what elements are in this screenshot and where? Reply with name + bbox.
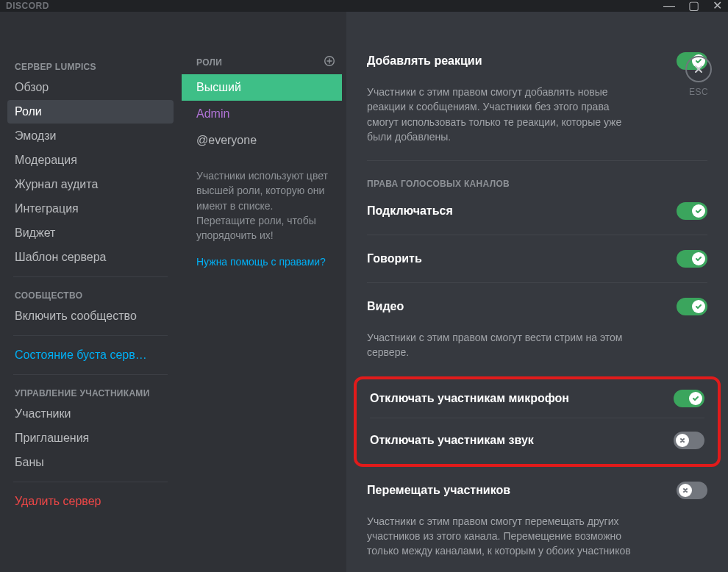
add-role-button[interactable]	[324, 56, 335, 68]
close-region: ESC	[685, 56, 712, 97]
permissions-panel: Добавлять реакции Участники с этим право…	[346, 12, 728, 572]
roles-column: РОЛИ Высший Admin @everyone Участники ис…	[181, 12, 346, 572]
titlebar: DISCORD — ▢ ✕	[0, 0, 728, 12]
role-item-admin[interactable]: Admin	[182, 101, 342, 127]
perm-video-desc: Участники с этим правом смогут вести стр…	[367, 330, 639, 360]
perm-deafen-title: Отключать участникам звук	[370, 434, 534, 447]
sidebar-heading-members: УПРАВЛЕНИЕ УЧАСТНИКАМИ	[7, 382, 174, 401]
divider	[13, 482, 168, 482]
perm-move-title: Перемещать участников	[367, 484, 510, 497]
divider	[370, 418, 704, 418]
maximize-button[interactable]: ▢	[688, 0, 699, 12]
sidebar-item-enable-community[interactable]: Включить сообщество	[7, 304, 174, 328]
sidebar-heading-server: СЕРВЕР LUMPICS	[7, 56, 174, 75]
perm-add-reactions-title: Добавлять реакции	[367, 54, 482, 68]
plus-icon	[324, 56, 335, 66]
role-item-everyone[interactable]: @everyone	[182, 127, 342, 154]
close-settings-button[interactable]	[685, 56, 712, 82]
sidebar-item-integrations[interactable]: Интеграция	[7, 197, 174, 221]
sidebar-item-bans[interactable]: Баны	[7, 451, 174, 474]
minimize-button[interactable]: —	[663, 0, 675, 12]
sidebar-item-members[interactable]: Участники	[7, 402, 174, 426]
sidebar-item-auditlog[interactable]: Журнал аудита	[7, 173, 174, 196]
toggle-connect[interactable]	[677, 202, 707, 220]
sidebar-heading-community: СООБЩЕСТВО	[7, 285, 174, 304]
divider	[13, 335, 168, 336]
perm-connect-title: Подключаться	[367, 204, 453, 218]
roles-help-text: Участники используют цвет высшей роли, к…	[182, 154, 346, 251]
toggle-move-members[interactable]	[677, 482, 707, 499]
perm-speak-title: Говорить	[367, 252, 422, 265]
perm-video-title: Видео	[367, 300, 404, 313]
toggle-deafen-members[interactable]	[674, 432, 704, 449]
sidebar-item-invites[interactable]: Приглашения	[7, 426, 174, 450]
divider	[367, 282, 707, 283]
roles-help-link[interactable]: Нужна помощь с правами?	[182, 251, 346, 272]
sidebar-item-overview[interactable]: Обзор	[7, 76, 174, 99]
window-controls: — ▢ ✕	[663, 0, 722, 12]
sidebar-item-delete-server[interactable]: Удалить сервер	[7, 490, 174, 513]
highlight-box: Отключать участникам микрофон Отключать …	[354, 376, 721, 467]
sidebar-item-moderation[interactable]: Модерация	[7, 149, 174, 172]
divider	[367, 235, 707, 235]
close-window-button[interactable]: ✕	[713, 0, 722, 12]
toggle-mute-members[interactable]	[674, 390, 704, 407]
divider	[13, 276, 168, 277]
toggle-video[interactable]	[677, 298, 707, 315]
perm-add-reactions-desc: Участники с этим правом смогут добавлять…	[367, 85, 639, 144]
roles-heading: РОЛИ	[196, 57, 222, 68]
perm-mute-title: Отключать участникам микрофон	[370, 392, 569, 405]
esc-label: ESC	[689, 87, 708, 97]
divider	[367, 160, 707, 161]
sidebar-item-widget[interactable]: Виджет	[7, 221, 174, 245]
toggle-speak[interactable]	[677, 250, 707, 268]
app-title: DISCORD	[6, 1, 49, 11]
close-icon	[693, 63, 704, 75]
voice-permissions-heading: ПРАВА ГОЛОСОВЫХ КАНАЛОВ	[367, 179, 707, 189]
sidebar-item-template[interactable]: Шаблон сервера	[7, 246, 174, 269]
sidebar-item-roles[interactable]: Роли	[7, 100, 174, 124]
perm-move-desc: Участники с этим правом смогут перемещат…	[367, 514, 639, 559]
divider	[13, 374, 168, 375]
sidebar-item-emoji[interactable]: Эмодзи	[7, 124, 174, 148]
settings-sidebar: СЕРВЕР LUMPICS Обзор Роли Эмодзи Модерац…	[0, 12, 181, 572]
sidebar-item-boost-status[interactable]: Состояние буста серв…	[7, 343, 174, 367]
role-item-highest[interactable]: Высший	[182, 74, 342, 101]
